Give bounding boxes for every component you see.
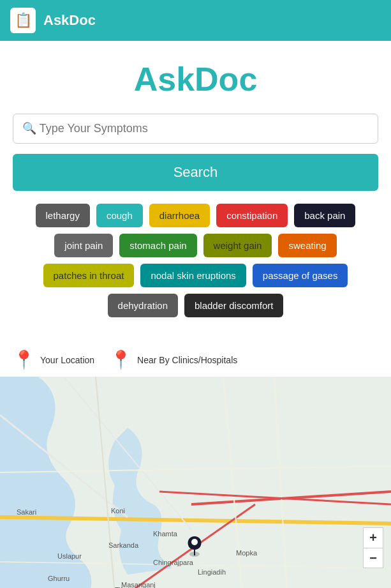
your-location-pin-icon: 📍 xyxy=(13,349,35,370)
symptoms-list: lethargycoughdiarrhoeaconstipationback p… xyxy=(13,204,378,317)
symptom-tag[interactable]: sweating xyxy=(278,234,336,257)
svg-text:Mopka: Mopka xyxy=(236,549,258,557)
svg-text:Lingiadih: Lingiadih xyxy=(198,568,226,576)
svg-text:Chingrajpara: Chingrajpara xyxy=(153,559,194,566)
app-header-title: AskDoc xyxy=(43,12,96,29)
zoom-out-button[interactable]: − xyxy=(363,548,383,568)
svg-text:Sakari: Sakari xyxy=(17,508,36,516)
symptom-tag[interactable]: stomach pain xyxy=(119,234,196,257)
symptom-tag[interactable]: patches in throat xyxy=(43,264,135,287)
your-location-legend: 📍 Your Location xyxy=(13,349,94,370)
symptom-tag[interactable]: passage of gases xyxy=(253,264,348,287)
symptom-tag[interactable]: nodal skin eruptions xyxy=(140,264,246,287)
map-svg: Sakari Koni Sarkanda Khamta Uslapur Chin… xyxy=(0,377,391,588)
svg-point-25 xyxy=(191,539,198,545)
zoom-in-button[interactable]: + xyxy=(363,527,383,548)
symptom-tag[interactable]: back pain xyxy=(294,204,355,227)
symptom-tag[interactable]: diarrhoea xyxy=(149,204,210,227)
symptom-tag[interactable]: weight gain xyxy=(203,234,272,257)
search-button[interactable]: Search xyxy=(13,154,378,191)
symptom-tag[interactable]: dehydration xyxy=(108,294,178,317)
search-input[interactable] xyxy=(22,122,369,135)
map-area: Sakari Koni Sarkanda Khamta Uslapur Chin… xyxy=(0,377,391,588)
symptom-tag[interactable]: lethargy xyxy=(36,204,90,227)
search-box xyxy=(13,114,378,144)
svg-text:Uslapur: Uslapur xyxy=(57,552,82,560)
symptom-tag[interactable]: bladder discomfort xyxy=(184,294,283,317)
app-icon: 📋 xyxy=(10,8,36,33)
your-location-map-pin xyxy=(188,536,202,557)
map-legend: 📍 Your Location 📍 Near By Clinics/Hospit… xyxy=(0,343,391,377)
zoom-controls: + − xyxy=(363,527,383,568)
symptom-tag[interactable]: joint pain xyxy=(54,234,113,257)
svg-text:Ghurru: Ghurru xyxy=(48,575,70,582)
svg-text:Koni: Koni xyxy=(111,507,125,515)
app-header: 📋 AskDoc xyxy=(0,0,391,41)
nearby-legend: 📍 Near By Clinics/Hospitals xyxy=(110,349,237,370)
main-content: AskDoc Search lethargycoughdiarrhoeacons… xyxy=(0,41,391,343)
symptom-tag[interactable]: constipation xyxy=(216,204,288,227)
svg-text:Sarkanda: Sarkanda xyxy=(108,541,139,549)
symptom-tag[interactable]: cough xyxy=(96,204,143,227)
your-location-label: Your Location xyxy=(40,355,94,365)
app-title: AskDoc xyxy=(13,60,378,98)
nearby-label: Near By Clinics/Hospitals xyxy=(137,355,237,365)
svg-text:Khamta: Khamta xyxy=(153,530,178,538)
nearby-pin-icon: 📍 xyxy=(110,349,132,370)
